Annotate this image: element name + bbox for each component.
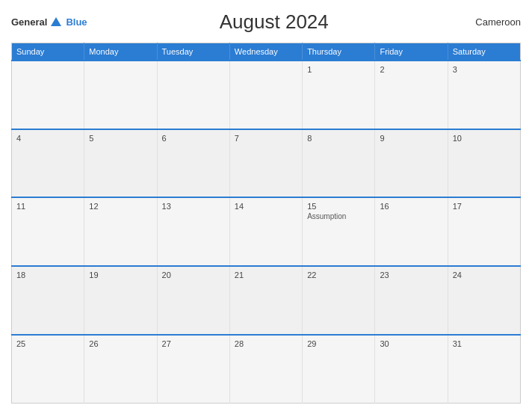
calendar-cell: 30 — [375, 335, 448, 404]
calendar-cell: 21 — [229, 266, 302, 335]
col-sunday: Sunday — [12, 43, 84, 61]
calendar-week-row: 45678910 — [12, 129, 521, 198]
calendar-cell: 16 — [375, 197, 448, 266]
calendar-cell: 19 — [84, 266, 157, 335]
day-number: 21 — [235, 271, 297, 279]
calendar-cell: 2 — [375, 61, 448, 129]
calendar-week-row: 25262728293031 — [12, 335, 521, 404]
day-number: 18 — [16, 271, 79, 279]
day-number: 17 — [453, 202, 516, 211]
calendar-cell — [157, 61, 229, 129]
page: General Blue August 2024 Cameroon Sunday… — [0, 0, 532, 411]
calendar-cell: 4 — [12, 129, 84, 198]
logo-general-text: General — [11, 16, 47, 28]
calendar-cell: 27 — [157, 335, 229, 404]
day-number: 12 — [89, 202, 152, 211]
header: General Blue August 2024 Cameroon — [11, 7, 521, 37]
svg-marker-0 — [51, 17, 61, 26]
day-number: 30 — [380, 339, 442, 348]
day-number: 10 — [453, 134, 516, 143]
day-number: 14 — [235, 202, 297, 211]
calendar-cell: 22 — [303, 266, 375, 335]
day-number: 11 — [16, 202, 79, 211]
day-number: 31 — [453, 339, 516, 348]
calendar-cell — [12, 61, 84, 129]
day-number: 7 — [235, 134, 297, 143]
calendar-cell: 5 — [84, 129, 157, 198]
col-wednesday: Wednesday — [229, 43, 302, 61]
day-number: 22 — [307, 271, 370, 279]
calendar-cell: 28 — [229, 335, 302, 404]
calendar-cell: 6 — [157, 129, 229, 198]
calendar-cell: 23 — [375, 266, 448, 335]
day-number: 5 — [89, 134, 152, 143]
calendar-cell: 3 — [448, 61, 520, 129]
logo-icon — [49, 16, 63, 29]
holiday-name: Assumption — [307, 212, 370, 220]
calendar-cell: 20 — [157, 266, 229, 335]
calendar-cell: 29 — [303, 335, 375, 404]
day-number: 24 — [453, 271, 516, 279]
day-number: 4 — [16, 134, 79, 143]
col-thursday: Thursday — [303, 43, 375, 61]
day-number: 20 — [162, 271, 225, 279]
calendar-cell: 17 — [448, 197, 520, 266]
calendar-title: August 2024 — [87, 10, 461, 34]
calendar-cell: 24 — [448, 266, 520, 335]
day-number: 26 — [89, 339, 152, 348]
country-label: Cameroon — [461, 16, 521, 28]
calendar-week-row: 18192021222324 — [12, 266, 521, 335]
day-number: 9 — [380, 134, 442, 143]
day-number: 19 — [89, 271, 152, 279]
calendar-cell: 9 — [375, 129, 448, 198]
calendar-cell — [229, 61, 302, 129]
calendar-cell: 15Assumption — [303, 197, 375, 266]
calendar-table: Sunday Monday Tuesday Wednesday Thursday… — [11, 43, 521, 404]
calendar-week-row: 123 — [12, 61, 521, 129]
col-saturday: Saturday — [448, 43, 520, 61]
day-number: 27 — [162, 339, 225, 348]
day-number: 25 — [16, 339, 79, 348]
col-friday: Friday — [375, 43, 448, 61]
day-number: 3 — [453, 65, 516, 74]
calendar-cell: 1 — [303, 61, 375, 129]
logo-blue-text: Blue — [66, 16, 87, 28]
calendar-cell: 8 — [303, 129, 375, 198]
calendar-cell: 18 — [12, 266, 84, 335]
calendar-cell: 14 — [229, 197, 302, 266]
day-number: 15 — [307, 202, 370, 211]
calendar-week-row: 1112131415Assumption1617 — [12, 197, 521, 266]
day-number: 13 — [162, 202, 225, 211]
day-number: 6 — [162, 134, 225, 143]
logo: General Blue — [11, 16, 87, 29]
calendar-cell: 31 — [448, 335, 520, 404]
calendar-cell: 26 — [84, 335, 157, 404]
calendar-cell — [84, 61, 157, 129]
calendar-cell: 25 — [12, 335, 84, 404]
day-number: 29 — [307, 339, 370, 348]
calendar-cell: 10 — [448, 129, 520, 198]
day-number: 2 — [380, 65, 442, 74]
day-number: 28 — [235, 339, 297, 348]
calendar-cell: 7 — [229, 129, 302, 198]
col-tuesday: Tuesday — [157, 43, 229, 61]
day-number: 16 — [380, 202, 442, 211]
calendar-header-row: Sunday Monday Tuesday Wednesday Thursday… — [12, 43, 521, 61]
day-number: 1 — [307, 65, 370, 74]
day-number: 8 — [307, 134, 370, 143]
day-number: 23 — [380, 271, 442, 279]
calendar-cell: 11 — [12, 197, 84, 266]
calendar-cell: 12 — [84, 197, 157, 266]
calendar-cell: 13 — [157, 197, 229, 266]
col-monday: Monday — [84, 43, 157, 61]
